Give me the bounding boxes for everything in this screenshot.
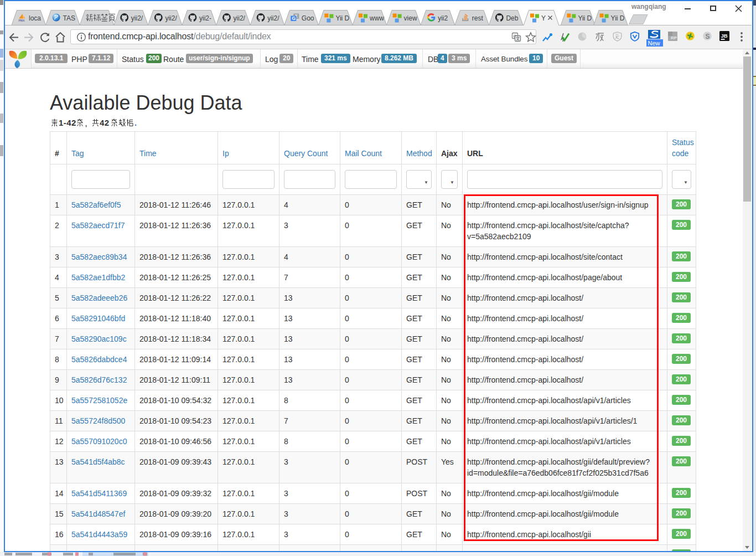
svg-text:New: New <box>648 40 660 47</box>
svg-text:rest: rest <box>472 14 484 22</box>
svg-text:S: S <box>706 33 710 40</box>
svg-text:www: www <box>369 14 384 22</box>
svg-text:yii2-: yii2- <box>199 14 211 22</box>
svg-text:1-42: 1-42 <box>59 119 76 127</box>
svg-text:G: G <box>292 16 296 21</box>
svg-text:yii2/: yii2/ <box>131 14 143 22</box>
svg-text:PMA: PMA <box>19 19 25 22</box>
svg-text:Yii D: Yii D <box>578 14 592 22</box>
svg-text:loca: loca <box>29 14 41 22</box>
svg-text:JB: JB <box>721 33 728 39</box>
svg-text:RP: RP <box>671 35 677 40</box>
svg-text:Y: Y <box>541 14 546 22</box>
svg-text:Deb: Deb <box>506 14 518 22</box>
svg-text:Yii D: Yii D <box>611 14 625 22</box>
svg-text:Yii D: Yii D <box>335 14 349 22</box>
svg-text:yii2/: yii2/ <box>165 14 177 22</box>
svg-text:.: . <box>134 119 137 127</box>
svg-text:Goo: Goo <box>302 14 314 22</box>
svg-text:yii2/: yii2/ <box>267 14 279 22</box>
svg-text:42: 42 <box>100 119 110 127</box>
svg-text:TAS: TAS <box>63 14 75 22</box>
svg-text:view: view <box>404 14 417 22</box>
svg-text:yii2: yii2 <box>438 14 448 22</box>
svg-text:yii2/: yii2/ <box>234 14 246 22</box>
